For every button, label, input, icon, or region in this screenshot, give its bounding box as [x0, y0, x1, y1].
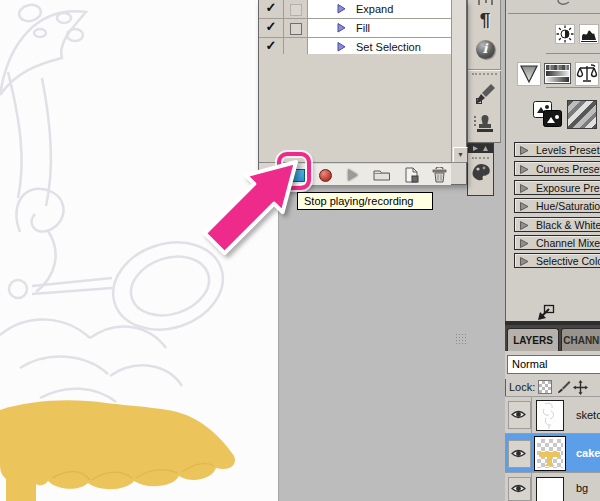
expand-triangle-icon[interactable] [520, 146, 529, 155]
lock-pixels-brush-icon[interactable] [557, 380, 571, 394]
preset-row-selective-color[interactable]: Selective Colo [514, 253, 600, 268]
collapsed-dock-column [467, 143, 494, 196]
expand-triangle-icon[interactable] [520, 165, 529, 174]
vibrance-icon[interactable] [517, 62, 541, 86]
preset-label: Channel Mixer [536, 237, 600, 249]
info-panel-icon[interactable]: i [468, 40, 502, 62]
collapsed-panel-dock: ¶ i [467, 0, 501, 143]
preset-row-exposure[interactable]: Exposure Pres [514, 180, 600, 195]
lock-position-icon[interactable] [573, 380, 588, 395]
lock-label: Lock: [509, 381, 535, 393]
play-button[interactable] [344, 167, 362, 182]
photoshop-workspace: Levels Presets Curves Preset Exposure Pr… [0, 0, 600, 501]
visibility-toggle[interactable] [508, 440, 531, 468]
tab-layers[interactable]: LAYERS [507, 328, 559, 351]
action-modal-toggle[interactable] [284, 0, 308, 18]
record-button[interactable] [316, 167, 334, 182]
preset-row-channel-mixer[interactable]: Channel Mixer [514, 235, 600, 250]
new-set-button[interactable] [373, 167, 391, 182]
actions-scrollbar[interactable]: ▼ [451, 0, 466, 162]
lock-row: Lock: [505, 379, 600, 396]
layers-panel-tabbar: LAYERS CHANNELS [505, 325, 600, 351]
preset-label: Hue/Saturatio [536, 200, 600, 212]
expand-triangle-icon[interactable] [520, 202, 529, 211]
action-checkbox[interactable]: ✓ [259, 0, 284, 18]
play-icon [348, 169, 358, 181]
eye-icon [511, 483, 526, 494]
swatches-palette-icon[interactable] [471, 163, 492, 183]
switch-panel-view-icon[interactable] [536, 304, 556, 321]
preset-label: Levels Presets [536, 144, 600, 156]
tooltip: Stop playing/recording [297, 192, 433, 210]
brightness-contrast-icon[interactable] [555, 24, 575, 44]
tab-channels[interactable]: CHANNELS [561, 328, 600, 351]
tool-presets-panel-icon[interactable] [474, 83, 497, 105]
collapse-dock-icon[interactable] [483, 146, 488, 151]
action-item-fill[interactable]: ✓ Fill [259, 19, 451, 38]
layer-name: cake st [576, 447, 600, 459]
disclosure-triangle-icon[interactable] [337, 42, 346, 52]
layer-row-bg[interactable]: bg [505, 472, 600, 501]
preset-row-black-white[interactable]: Black & White [514, 217, 600, 232]
layer-thumbnail-cake-stand[interactable] [534, 436, 566, 471]
adjustments-divider-2 [546, 53, 600, 54]
preset-row-hue-saturation[interactable]: Hue/Saturatio [514, 198, 600, 213]
clone-source-panel-icon[interactable] [473, 112, 498, 135]
visibility-toggle[interactable] [508, 477, 531, 501]
preset-label: Exposure Pres [536, 182, 600, 194]
expand-triangle-icon[interactable] [520, 239, 529, 248]
expand-triangle-icon[interactable] [520, 221, 529, 230]
adjustments-divider-1 [508, 13, 600, 14]
preset-row-curves[interactable]: Curves Preset [514, 161, 600, 176]
yellow-paint-shape [0, 400, 235, 501]
layer-name: bg [576, 482, 588, 494]
blend-mode-row: Normal [505, 351, 600, 379]
folder-icon [373, 167, 391, 181]
preset-row-levels[interactable]: Levels Presets [514, 142, 600, 157]
expand-triangle-icon[interactable] [520, 257, 529, 266]
invert-icon[interactable] [533, 101, 563, 128]
gradient-map-icon[interactable] [567, 100, 597, 129]
trash-icon [432, 167, 447, 183]
dock-gripper[interactable] [472, 157, 489, 159]
action-modal-toggle[interactable] [284, 38, 308, 55]
new-action-button[interactable] [404, 167, 422, 182]
expand-dock-icon[interactable] [473, 146, 478, 151]
blend-mode-select[interactable]: Normal [507, 355, 600, 374]
layer-row-sketch[interactable]: sketch [505, 396, 600, 433]
preset-label: Curves Preset [536, 163, 600, 175]
color-balance-icon[interactable] [575, 62, 599, 86]
hue-saturation-icon[interactable] [544, 63, 571, 84]
dock-separator [468, 69, 501, 71]
disclosure-triangle-icon[interactable] [337, 23, 346, 33]
delete-button[interactable] [432, 167, 450, 182]
levels-icon[interactable] [579, 24, 599, 44]
layer-thumbnail-bg[interactable] [536, 477, 564, 501]
lock-transparency-icon[interactable] [538, 380, 552, 394]
action-label: Set Selection [356, 41, 421, 53]
expand-triangle-icon[interactable] [520, 184, 529, 193]
record-icon [319, 169, 332, 182]
action-checkbox[interactable]: ✓ [259, 38, 284, 55]
layer-name: sketch [576, 409, 600, 421]
actions-list-empty-area [259, 54, 451, 162]
adjustments-divider-3 [546, 87, 600, 88]
action-item-expand[interactable]: ✓ Expand [259, 0, 451, 19]
layer-row-cake-stand[interactable]: cake st [505, 433, 600, 472]
visibility-toggle[interactable] [508, 401, 531, 429]
scroll-down-button[interactable]: ▼ [453, 147, 468, 163]
layer-thumbnail-sketch[interactable] [536, 400, 564, 431]
dock-header[interactable] [468, 144, 493, 153]
annotation-arrow [195, 150, 310, 265]
panel-resize-grip[interactable] [455, 333, 466, 345]
paragraph-panel-icon[interactable]: ¶ [468, 9, 502, 31]
disclosure-triangle-icon[interactable] [337, 4, 346, 14]
preset-label: Selective Colo [536, 255, 600, 267]
clipped-title-glyph [556, 0, 572, 6]
action-checkbox[interactable]: ✓ [259, 19, 284, 37]
new-page-icon [404, 167, 419, 183]
action-modal-toggle[interactable] [284, 19, 308, 37]
action-label: Fill [356, 22, 370, 34]
eye-icon [511, 409, 526, 420]
dock-gripper[interactable] [472, 73, 497, 75]
